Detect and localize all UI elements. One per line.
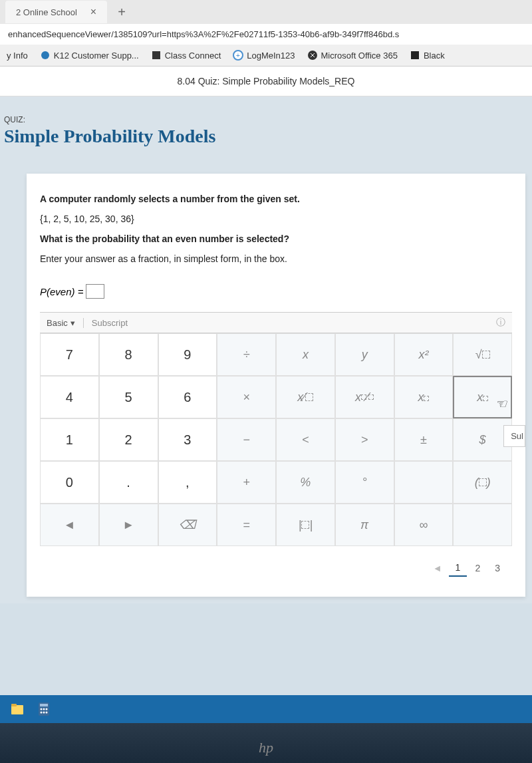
quiz-title: Simple Probability Models — [0, 126, 532, 160]
bookmark-label: LogMeIn123 — [247, 51, 295, 61]
page-2[interactable]: 2 — [468, 560, 487, 576]
page-content: QUIZ: Simple Probability Models A comput… — [0, 96, 532, 603]
bookmark-office[interactable]: Microsoft Office 365 — [307, 50, 398, 61]
calc-key-infinity[interactable]: ∞ — [394, 504, 454, 546]
bookmark-icon — [307, 50, 318, 61]
svg-rect-9 — [40, 704, 48, 706]
calc-key-3[interactable]: 3 — [158, 418, 217, 461]
bookmark-info[interactable]: y Info — [7, 51, 28, 61]
bookmark-label: y Info — [7, 51, 28, 61]
calculator-app-icon[interactable] — [33, 698, 55, 720]
svg-text:+: + — [236, 52, 240, 59]
cursor-hand-icon: ☜ — [495, 396, 507, 412]
calc-key-2[interactable]: 2 — [99, 418, 158, 461]
calc-key-8[interactable]: 8 — [99, 333, 158, 376]
question-line1: A computer randomly selects a number fro… — [40, 194, 512, 204]
calc-key-divide[interactable]: ÷ — [217, 333, 276, 376]
calculator-toolbar: Basic ▾ Subscript ⓘ — [40, 312, 512, 333]
calc-key-percent[interactable]: % — [276, 461, 335, 504]
calc-key-5[interactable]: 5 — [99, 376, 158, 418]
calc-key-0[interactable]: 0 — [40, 461, 99, 504]
calc-key-abs[interactable]: || — [276, 504, 335, 546]
question-card: A computer randomly selects a number fro… — [27, 174, 525, 597]
page-1[interactable]: 1 — [449, 559, 467, 577]
question-line4: Enter your answer as a fraction, in simp… — [40, 253, 512, 264]
quiz-label: QUIZ: — [0, 103, 532, 126]
calc-mode-label: Basic — [47, 318, 68, 328]
calc-key-mixed[interactable]: x ⁄ — [335, 376, 394, 418]
calc-key-subscript[interactable]: x ☜ — [453, 376, 512, 418]
calc-key-9[interactable]: 9 — [158, 333, 217, 376]
calc-key-plusminus[interactable]: ± — [394, 418, 454, 461]
calc-key-multiply[interactable]: × — [217, 376, 276, 418]
bookmark-icon — [410, 50, 420, 61]
close-tab-icon[interactable]: × — [90, 6, 96, 18]
bookmark-logmein[interactable]: + LogMeIn123 — [233, 50, 295, 61]
calc-key-plus[interactable]: + — [217, 461, 276, 504]
bookmark-label: Microsoft Office 365 — [321, 51, 398, 61]
calc-key-sqrt[interactable]: √ — [453, 333, 512, 376]
calc-key-power[interactable]: x — [394, 376, 454, 418]
calc-key-blank1[interactable] — [394, 461, 454, 504]
calc-key-y[interactable]: y — [335, 333, 394, 376]
main-content: 8.04 Quiz: Simple Probability Models_REQ… — [0, 67, 532, 705]
answer-row: P(even) = — [40, 284, 512, 299]
new-tab-button[interactable]: + — [110, 5, 134, 20]
calc-help-icon[interactable]: ⓘ — [496, 317, 505, 329]
bookmark-label: Class Connect — [165, 51, 221, 61]
calc-key-gt[interactable]: > — [335, 418, 394, 461]
windows-taskbar[interactable] — [0, 695, 532, 723]
calc-key-4[interactable]: 4 — [40, 376, 99, 418]
browser-tab[interactable]: 2 Online School × — [5, 1, 107, 23]
file-explorer-icon[interactable] — [7, 698, 28, 720]
calc-key-blank2[interactable] — [453, 504, 512, 546]
url-bar[interactable]: enhancedSequenceViewer/1385109?url=https… — [0, 24, 532, 45]
svg-rect-6 — [11, 705, 23, 714]
bookmark-classconnect[interactable]: Class Connect — [151, 50, 221, 61]
calc-key-x[interactable]: x — [276, 333, 335, 376]
calc-key-xsquared[interactable]: x² — [394, 333, 454, 376]
bookmark-black[interactable]: Black — [410, 50, 445, 61]
page-prev[interactable]: ◄ — [428, 560, 448, 576]
calc-key-fraction[interactable]: x⁄ — [276, 376, 335, 418]
answer-label: P(even) = — [40, 286, 83, 297]
bookmark-label: Black — [424, 51, 445, 61]
laptop-bezel: hp — [0, 723, 532, 763]
bookmark-k12[interactable]: K12 Customer Supp... — [40, 50, 139, 61]
calc-key-1[interactable]: 1 — [40, 418, 99, 461]
page-3[interactable]: 3 — [488, 560, 507, 576]
svg-point-15 — [46, 712, 48, 714]
svg-point-11 — [43, 708, 45, 710]
question-line3: What is the probability that an even num… — [40, 233, 512, 244]
answer-input[interactable] — [86, 284, 104, 299]
calc-mode-dropdown[interactable]: Basic ▾ — [47, 318, 84, 328]
calc-key-backspace[interactable]: ⌫ — [158, 504, 217, 546]
hp-logo: hp — [259, 739, 273, 756]
quiz-header: 8.04 Quiz: Simple Probability Models_REQ — [0, 67, 532, 96]
svg-rect-5 — [411, 51, 419, 59]
calc-key-comma[interactable]: , — [158, 461, 217, 504]
calc-key-minus[interactable]: − — [217, 418, 276, 461]
calc-subscript-tab[interactable]: Subscript — [84, 318, 128, 328]
calc-key-6[interactable]: 6 — [158, 376, 217, 418]
calc-key-equals[interactable]: = — [217, 504, 276, 546]
calc-key-left[interactable]: ◄ — [40, 504, 99, 546]
question-set: {1, 2, 5, 10, 25, 30, 36} — [40, 214, 512, 224]
calc-key-7[interactable]: 7 — [40, 333, 99, 376]
svg-rect-7 — [11, 704, 17, 706]
svg-rect-1 — [152, 51, 160, 59]
calc-key-degree[interactable]: ° — [335, 461, 394, 504]
calc-key-lt[interactable]: < — [276, 418, 335, 461]
tab-title: 2 Online School — [16, 7, 77, 17]
chevron-down-icon: ▾ — [70, 318, 75, 328]
bookmark-label: K12 Customer Supp... — [54, 51, 139, 61]
calc-key-parens[interactable]: () — [453, 461, 512, 504]
url-text: enhancedSequenceViewer/1385109?url=https… — [8, 29, 399, 39]
calc-key-pi[interactable]: π — [335, 504, 394, 546]
calc-key-right[interactable]: ► — [99, 504, 158, 546]
bookmark-icon — [151, 50, 162, 61]
svg-point-13 — [41, 712, 43, 714]
submit-button-peek[interactable]: Sul — [503, 425, 525, 447]
svg-point-14 — [43, 712, 45, 714]
calc-key-dot[interactable]: . — [99, 461, 158, 504]
